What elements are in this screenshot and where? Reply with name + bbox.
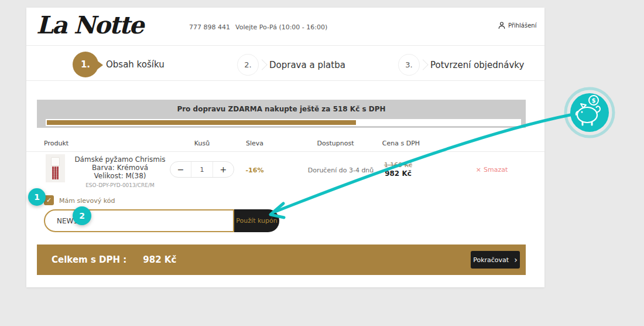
delete-label: Smazat	[484, 166, 508, 174]
coin-dollar-symbol: $	[592, 97, 596, 104]
product-sku: ESO-DPY-PYD-0013/CRE/M	[70, 181, 170, 189]
continue-button[interactable]: Pokračovat ›	[471, 251, 520, 269]
product-color: Barva: Krémová	[70, 164, 170, 172]
piggy-bank-icon: $	[566, 89, 614, 137]
pajama-pants-graphic	[52, 167, 59, 179]
total-label: Celkem s DPH :	[52, 254, 126, 265]
tab-step-3[interactable]: Potvrzení objednávky	[430, 60, 524, 70]
shipping-progress-fill	[47, 120, 356, 125]
checkout-card: La Notte 777 898 441 Volejte Po-Pá (10:0…	[26, 8, 544, 287]
product-info: Dámské pyžamo Chrismis Barva: Krémová Ve…	[70, 155, 170, 189]
steps-divider	[26, 80, 544, 81]
step-1-circle[interactable]: 1.	[73, 52, 98, 77]
shipping-progress-track	[46, 119, 521, 126]
quantity-value[interactable]: 1	[191, 162, 213, 177]
column-header-product: Produkt	[44, 140, 68, 147]
annotation-badge-2: 2	[73, 206, 91, 225]
step-3-number: 3.	[405, 60, 412, 69]
checkmark-icon: ✓	[46, 196, 52, 204]
close-icon: ×	[476, 166, 481, 174]
column-header-quantity: Kusů	[194, 140, 210, 147]
shop-logo[interactable]: La Notte	[36, 11, 143, 39]
pajama-top-graphic	[51, 157, 60, 166]
opening-hours: Volejte Po-Pá (10:00 - 16:00)	[235, 23, 327, 31]
user-icon	[498, 22, 505, 29]
step-3-circle[interactable]: 3.	[398, 54, 420, 76]
delete-item-link[interactable]: × Smazat	[476, 166, 508, 174]
product-image[interactable]	[46, 154, 65, 182]
login-label: Přihlášení	[508, 22, 536, 29]
column-header-discount: Sleva	[246, 140, 263, 147]
free-shipping-text: Pro dopravu ZDARMA nakupte ještě za 518 …	[37, 100, 526, 113]
coupon-checkbox-label[interactable]: Mám slevový kód	[59, 197, 115, 205]
apply-coupon-button[interactable]: Použít kupón	[234, 209, 279, 232]
phone-number: 777 898 441	[189, 23, 230, 31]
order-summary-bar: Celkem s DPH : 982 Kč Pokračovat ›	[37, 244, 526, 275]
price-block: 1 169 Kč 982 Kč	[384, 161, 412, 178]
quantity-decrease-button[interactable]: −	[170, 162, 191, 177]
tab-step-2[interactable]: Doprava a platba	[269, 60, 345, 70]
chevron-right-icon: ›	[514, 256, 518, 264]
availability-text: Doručení do 3-4 dnů	[308, 167, 374, 174]
step-1-number: 1.	[81, 59, 90, 70]
column-header-availability: Dostupnost	[317, 140, 354, 147]
free-shipping-banner: Pro dopravu ZDARMA nakupte ještě za 518 …	[37, 100, 526, 128]
quantity-increase-button[interactable]: +	[213, 162, 234, 177]
current-price: 982 Kč	[384, 169, 412, 178]
tab-step-1[interactable]: Obsah košíku	[106, 59, 165, 70]
product-name[interactable]: Dámské pyžamo Chrismis	[70, 155, 170, 164]
login-link[interactable]: Přihlášení	[498, 22, 536, 29]
total-value: 982 Kč	[143, 254, 176, 265]
quantity-stepper: − 1 +	[170, 161, 234, 178]
discount-badge: -16%	[246, 167, 264, 174]
column-header-price: Cena s DPH	[382, 140, 420, 147]
step-2-number: 2.	[244, 60, 251, 69]
header-divider	[26, 45, 544, 46]
step-2-circle[interactable]: 2.	[237, 54, 259, 76]
table-header-divider	[26, 151, 544, 152]
annotation-badge-1: 1	[28, 188, 46, 206]
old-price: 1 169 Kč	[384, 161, 412, 169]
continue-label: Pokračovat	[473, 256, 509, 264]
product-size: Velikost: M(38)	[70, 172, 170, 180]
